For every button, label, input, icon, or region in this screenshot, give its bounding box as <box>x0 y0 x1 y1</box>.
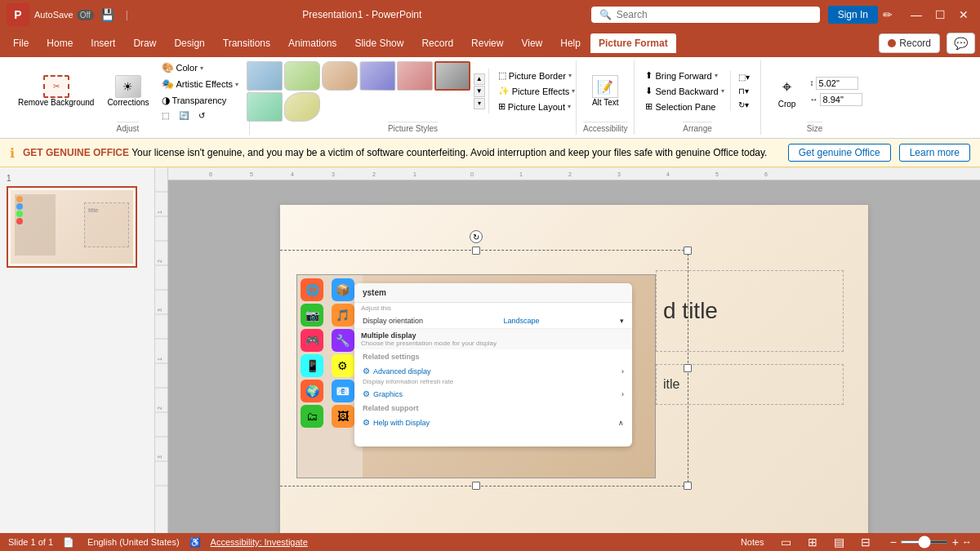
screen-link-1[interactable]: Advanced display › <box>354 364 632 378</box>
styles-scroll-down[interactable]: ▼ <box>474 86 485 97</box>
sign-in-button[interactable]: Sign In <box>828 6 878 24</box>
height-input[interactable] <box>816 77 858 90</box>
menu-help[interactable]: Help <box>552 33 589 53</box>
image-container[interactable]: ↻ <box>280 250 688 487</box>
comment-button[interactable]: 💬 <box>947 33 975 54</box>
pic-style-7[interactable] <box>247 92 283 122</box>
bring-forward-button[interactable]: ⬆ Bring Forward ▾ <box>641 69 728 82</box>
reset-picture-button[interactable]: ↺ <box>194 109 209 122</box>
styles-scroll-up[interactable]: ▲ <box>474 73 485 85</box>
menu-insert[interactable]: Insert <box>82 33 123 53</box>
artistic-effects-button[interactable]: 🎭 Artistic Effects ▾ <box>158 77 243 91</box>
zoom-in-button[interactable]: + <box>952 535 959 549</box>
menu-view[interactable]: View <box>513 33 550 53</box>
menu-transitions[interactable]: Transitions <box>215 33 278 53</box>
color-icon: 🎨 <box>162 62 174 73</box>
pic-style-1[interactable] <box>247 61 283 91</box>
styles-more[interactable]: ▾ <box>474 98 485 109</box>
pic-style-8[interactable] <box>284 92 320 122</box>
zoom-slider[interactable] <box>900 540 949 544</box>
artistic-dropdown-arrow: ▾ <box>235 81 238 88</box>
menu-slideshow[interactable]: Slide Show <box>346 33 412 53</box>
menu-draw[interactable]: Draw <box>125 33 164 53</box>
group-button[interactable]: ⊓▾ <box>734 85 754 97</box>
picture-layout-icon: ⊞ <box>498 101 506 112</box>
picture-border-icon: ⬚ <box>498 70 506 81</box>
picture-effects-button[interactable]: ✨ Picture Effects ▾ <box>494 84 580 98</box>
menu-review[interactable]: Review <box>463 33 511 53</box>
picture-border-button[interactable]: ⬚ Picture Border ▾ <box>494 69 580 82</box>
handle-top-right[interactable] <box>684 247 692 255</box>
handle-bottom-right[interactable] <box>684 482 692 490</box>
handle-bottom-middle[interactable] <box>472 482 480 490</box>
menu-animations[interactable]: Animations <box>280 33 345 53</box>
pic-style-3[interactable] <box>322 61 358 91</box>
transparency-icon: ◑ <box>162 95 170 106</box>
change-picture-button[interactable]: 🔄 <box>175 109 193 122</box>
screen-link-2[interactable]: Graphics › <box>354 387 632 401</box>
remove-background-button[interactable]: ✂ Remove Background <box>13 72 99 111</box>
color-button[interactable]: 🎨 Color ▾ <box>158 60 243 75</box>
pic-style-4[interactable] <box>359 60 395 91</box>
language: English (United States) <box>87 537 180 547</box>
slide-number: 1 <box>7 174 148 183</box>
picture-effects-label: Picture Effects <box>512 87 570 96</box>
search-box[interactable]: 🔍 <box>591 7 820 23</box>
svg-text:0: 0 <box>470 171 474 177</box>
rotate-button[interactable]: ↻▾ <box>734 99 754 111</box>
autosave-toggle[interactable]: Off <box>77 10 94 20</box>
alt-text-button[interactable]: 📝 Alt Text <box>586 72 625 110</box>
rotate-handle[interactable]: ↻ <box>470 230 483 243</box>
link-text-2: Graphics <box>373 390 403 398</box>
handle-top-middle[interactable] <box>472 247 480 255</box>
corrections-button[interactable]: ☀ Corrections <box>102 72 154 110</box>
help-link-arrow: ∧ <box>618 419 624 427</box>
minimize-button[interactable]: — <box>906 7 927 23</box>
get-genuine-button[interactable]: Get genuine Office <box>788 144 891 162</box>
ribbon-group-picture-styles: ▲ ▼ ▾ ⬚ Picture Border ▾ ✨ Picture Effec… <box>250 60 577 135</box>
reading-view-button[interactable]: ▤ <box>831 534 848 550</box>
svg-text:2: 2 <box>157 260 163 263</box>
fit-slide-button[interactable]: ↔ <box>962 536 972 548</box>
settings-icon[interactable]: ✏ <box>883 8 893 21</box>
canvas-scroll: 1 2 3 1 2 3 6 5 4 <box>155 167 980 533</box>
close-button[interactable]: ✕ <box>954 7 973 23</box>
slide-sorter-button[interactable]: ⊞ <box>804 534 821 550</box>
notes-toggle[interactable]: Notes <box>737 535 768 549</box>
menu-picture-format[interactable]: Picture Format <box>590 33 676 53</box>
accessibility-status[interactable]: Accessibility: Investigate <box>211 537 308 547</box>
presenter-view-button[interactable]: ⊟ <box>858 534 874 550</box>
svg-text:4: 4 <box>291 171 294 177</box>
save-icon[interactable]: 💾 <box>100 8 114 21</box>
link-text-1: Advanced display <box>373 367 431 375</box>
crop-button[interactable]: ⌖ Crop <box>768 70 807 112</box>
record-button[interactable]: Record <box>879 33 940 53</box>
selection-pane-button[interactable]: ⊞ Selection Pane <box>641 100 728 113</box>
size-group-label: Size <box>807 122 822 135</box>
transparency-button[interactable]: ◑ Transparency <box>158 93 243 108</box>
corrections-label: Corrections <box>107 98 149 107</box>
menu-file[interactable]: File <box>5 33 37 53</box>
pic-style-6[interactable] <box>434 61 470 91</box>
screen-help-link[interactable]: Help with Display ∧ <box>354 415 632 429</box>
slide-thumbnail[interactable]: title <box>7 186 137 268</box>
slide-canvas[interactable]: d title itle ↻ <box>280 205 868 533</box>
picture-layout-button[interactable]: ⊞ Picture Layout ▾ <box>494 100 580 113</box>
normal-view-button[interactable]: ▭ <box>777 534 795 550</box>
picture-styles-label: Picture Styles <box>388 122 438 135</box>
zoom-out-button[interactable]: − <box>890 535 897 549</box>
menu-record[interactable]: Record <box>413 33 461 53</box>
picture-border-arrow: ▾ <box>568 72 572 79</box>
maximize-button[interactable]: ☐ <box>930 7 951 23</box>
pic-style-5[interactable] <box>397 61 433 91</box>
compress-button[interactable]: ⬚ <box>158 109 173 122</box>
pic-style-2[interactable] <box>284 61 320 91</box>
svg-text:6: 6 <box>764 171 768 177</box>
send-backward-button[interactable]: ⬇ Send Backward ▾ <box>641 84 728 98</box>
menu-design[interactable]: Design <box>166 33 212 53</box>
learn-more-button[interactable]: Learn more <box>899 144 970 162</box>
width-input[interactable] <box>820 93 862 106</box>
align-button[interactable]: ⬚▾ <box>734 71 754 83</box>
menu-home[interactable]: Home <box>38 33 81 53</box>
search-input[interactable] <box>617 9 796 20</box>
